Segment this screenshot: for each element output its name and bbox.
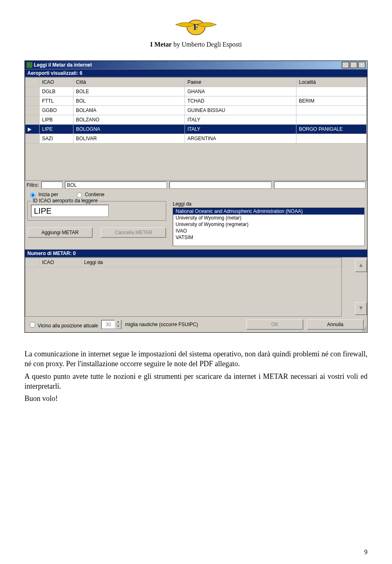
- near-position-checkbox[interactable]: Vicino alla posizione attuale: [28, 321, 98, 329]
- page-number: 9: [364, 548, 368, 556]
- window-title: Leggi il Metar da internet: [34, 62, 342, 68]
- filter-localita-input[interactable]: [274, 181, 365, 189]
- col-city[interactable]: Città: [74, 78, 185, 87]
- col-paese[interactable]: Paese: [185, 78, 296, 87]
- table-row[interactable]: SAZIBOLIVARARGENTINA: [25, 134, 367, 143]
- list-item[interactable]: IVAO: [173, 228, 364, 234]
- col2-icao[interactable]: ICAO: [40, 258, 82, 267]
- close-button[interactable]: ×: [358, 62, 365, 68]
- filter-city-input[interactable]: [65, 181, 167, 189]
- id-icao-input[interactable]: [31, 205, 109, 217]
- ok-button[interactable]: OK: [246, 319, 303, 330]
- table-row[interactable]: FTTLBOLTCHADBERIM: [25, 96, 367, 106]
- filter-paese-input[interactable]: [169, 181, 272, 189]
- resize-grip-icon[interactable]: [360, 325, 366, 331]
- logo: F: [24, 13, 368, 39]
- list-item[interactable]: National Oceanic and Admospheric Adminis…: [173, 208, 364, 215]
- move-down-button[interactable]: ▼: [355, 302, 367, 315]
- table-row[interactable]: GGBOBOLAMAGUINEA BISSAU: [25, 106, 367, 115]
- leggi-da-label: Leggi da: [173, 201, 365, 207]
- id-icao-fieldset: ID ICAO aeroporto da leggere: [27, 201, 166, 221]
- filter-icao-input[interactable]: [41, 181, 62, 189]
- delete-metar-button[interactable]: Cancella METAR: [101, 227, 166, 238]
- table-row[interactable]: LIPBBOLZANOITALY: [25, 115, 367, 125]
- id-icao-legend: ID ICAO aeroporto da leggere: [31, 198, 99, 204]
- cancel-button[interactable]: Annulla: [307, 319, 364, 330]
- svg-text:F: F: [193, 22, 198, 32]
- page-title: I Metar by Umberto Degli Esposti: [24, 41, 368, 48]
- radio-inizia[interactable]: Inizia per: [28, 191, 58, 198]
- table-row[interactable]: ▶LIPEBOLOGNAITALYBORGO PANIGALE: [25, 125, 367, 134]
- metar-grid[interactable]: ICAO Leggi da: [25, 257, 342, 317]
- miles-label: miglia nautiche (occorre FSUIPC): [125, 322, 198, 327]
- minimize-button[interactable]: _: [342, 62, 349, 68]
- airports-grid[interactable]: ICAO Città Paese Località DGLBBOLEGHANAF…: [25, 77, 367, 181]
- col2-leggi[interactable]: Leggi da: [82, 258, 341, 267]
- col-localita[interactable]: Località: [296, 78, 367, 87]
- list-item[interactable]: University of Wyoming (regmetar): [173, 221, 364, 228]
- leggi-da-listbox[interactable]: National Oceanic and Admospheric Adminis…: [173, 208, 365, 246]
- airports-header: Aeroporti visualizzati: 6: [25, 69, 367, 77]
- paragraph-2: A questo punto avete tutte le nozioni e …: [24, 372, 368, 392]
- add-metar-button[interactable]: Aggiungi METAR: [27, 227, 93, 238]
- move-up-button[interactable]: ▲: [355, 259, 367, 272]
- window-metar-reader: Leggi il Metar da internet _ □ × Aeropor…: [24, 60, 368, 333]
- radio-contiene[interactable]: Contiene: [75, 191, 105, 198]
- titlebar[interactable]: Leggi il Metar da internet _ □ ×: [25, 61, 367, 69]
- table-row[interactable]: DGLBBOLEGHANA: [25, 87, 367, 96]
- paragraph-3: Buon volo!: [24, 394, 368, 403]
- list-item[interactable]: University of Wyoming (metar): [173, 215, 364, 221]
- col-icao[interactable]: ICAO: [40, 78, 74, 87]
- paragraph-1: La comunicazione in internet segue le im…: [24, 349, 368, 369]
- maximize-button[interactable]: □: [350, 62, 357, 68]
- app-icon: [27, 62, 32, 68]
- nautical-miles-spinner[interactable]: ▲▼: [101, 320, 122, 329]
- filter-label: Filtro:: [27, 182, 39, 188]
- list-item[interactable]: VATSIM: [173, 234, 364, 241]
- filter-row: Filtro:: [25, 181, 367, 190]
- metar-count-header: Numero di METAR: 0: [25, 249, 367, 257]
